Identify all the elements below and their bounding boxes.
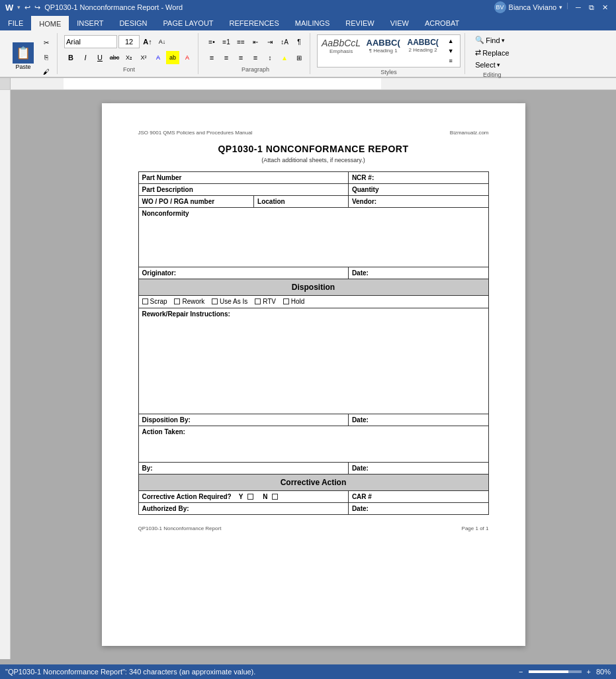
action-taken-label: Action Taken: xyxy=(138,426,488,463)
hold-checkbox: Hold xyxy=(283,298,305,305)
font-family-input[interactable] xyxy=(64,35,117,48)
tab-acrobat[interactable]: ACROBAT xyxy=(417,16,467,30)
styles-scroll-up[interactable]: ▲ xyxy=(444,36,457,46)
y-checkbox xyxy=(247,494,253,500)
rework-instructions-row: Rework/Repair Instructions: xyxy=(138,308,488,414)
styles-scroll-down[interactable]: ▼ xyxy=(444,46,457,56)
style-heading2[interactable]: AABBC( 2 Heading 2 xyxy=(403,36,443,66)
align-left-button[interactable]: ≡ xyxy=(205,51,218,64)
part-description-label: Part Description xyxy=(138,184,348,196)
decrease-indent-button[interactable]: ⇤ xyxy=(249,35,262,48)
tab-insert[interactable]: INSERT xyxy=(69,16,111,30)
minimize-button[interactable]: ─ xyxy=(572,1,584,13)
style-heading1[interactable]: AABBC( ¶ Heading 1 xyxy=(363,36,403,66)
tab-file[interactable]: FILE xyxy=(0,16,31,30)
corrective-action-header-row: Corrective Action xyxy=(138,475,488,491)
ruler-corner xyxy=(0,78,11,89)
user-section: BV Bianca Viviano ▾ xyxy=(494,1,563,13)
authorized-by-label: Authorized By: xyxy=(138,503,348,515)
format-painter-button[interactable]: 🖌 xyxy=(40,65,53,78)
quick-access-redo[interactable]: ↪ xyxy=(34,3,40,12)
quantity-label: Quantity xyxy=(348,184,488,196)
n-checkbox xyxy=(272,494,278,500)
user-dropdown-icon[interactable]: ▾ xyxy=(559,4,562,11)
corrective-action-checks: Y N xyxy=(239,493,278,500)
search-icon: 🔍 xyxy=(475,36,484,44)
sort-button[interactable]: ↕A xyxy=(278,35,291,48)
wo-po-rga-row: WO / PO / RGA number Location Vendor: xyxy=(138,196,488,208)
find-button[interactable]: 🔍 Find ▾ xyxy=(472,34,512,46)
corrective-action-required-label: Corrective Action Required? Y N xyxy=(138,491,348,503)
line-spacing-button[interactable]: ↕ xyxy=(263,51,277,64)
text-effects-button[interactable]: A xyxy=(152,51,165,64)
originator-label: Originator: xyxy=(138,267,348,279)
paste-icon: 📋 xyxy=(13,42,34,64)
italic-button[interactable]: I xyxy=(79,51,92,64)
underline-button[interactable]: U xyxy=(93,51,107,64)
tab-references[interactable]: REFERENCES xyxy=(222,16,287,30)
disposition-by-row: Disposition By: Date: xyxy=(138,414,488,426)
rtv-checkbox: RTV xyxy=(255,298,276,305)
disposition-options-cell: Scrap Rework Use As Is RTV xyxy=(138,296,488,308)
font-grow-button[interactable]: A↑ xyxy=(141,35,154,48)
subscript-button[interactable]: X₂ xyxy=(122,51,136,64)
ribbon-group-paragraph: ≡• ≡1 ≡≡ ⇤ ⇥ ↕A ¶ ≡ ≡ ≡ ≡ ↕ ▲ ⊞ xyxy=(201,33,310,74)
tab-page-layout[interactable]: PAGE LAYOUT xyxy=(155,16,222,30)
font-color-button[interactable]: A xyxy=(181,51,194,64)
page-container[interactable]: JSO 9001 QMS Policies and Procedures Man… xyxy=(11,90,616,659)
replace-icon: ⇄ xyxy=(475,48,481,57)
font-shrink-button[interactable]: A↓ xyxy=(155,35,169,48)
close-button[interactable]: ✕ xyxy=(599,1,611,13)
tab-view[interactable]: VIEW xyxy=(382,16,417,30)
title-bar-controls: BV Bianca Viviano ▾ | ─ ⧉ ✕ xyxy=(494,1,611,13)
text-highlight-button[interactable]: ab xyxy=(166,51,179,64)
authorized-by-row: Authorized By: Date: xyxy=(138,503,488,515)
footer-left: QP1030-1 Nonconformance Report xyxy=(138,525,222,531)
part-number-row: Part Number NCR #: xyxy=(138,172,488,184)
originator-date-label: Date: xyxy=(348,267,488,279)
tab-home[interactable]: HOME xyxy=(31,16,69,30)
increase-indent-button[interactable]: ⇥ xyxy=(263,35,277,48)
strikethrough-button[interactable]: abc xyxy=(108,51,121,64)
disposition-header: Disposition xyxy=(138,279,488,296)
ribbon-group-font: A↑ A↓ B I U abc X₂ X² A ab A Font xyxy=(60,33,198,74)
vendor-label: Vendor: xyxy=(348,196,488,208)
superscript-button[interactable]: X² xyxy=(137,51,150,64)
select-dropdown-icon: ▾ xyxy=(497,62,500,68)
originator-row: Originator: Date: xyxy=(138,267,488,279)
tab-mailings[interactable]: MAILINGS xyxy=(287,16,338,30)
header-left: JSO 9001 QMS Policies and Procedures Man… xyxy=(138,130,253,136)
select-button[interactable]: Select ▾ xyxy=(472,60,512,70)
tab-review[interactable]: REVIEW xyxy=(337,16,382,30)
ruler-markings xyxy=(11,78,616,89)
part-description-row: Part Description Quantity xyxy=(138,184,488,196)
paste-button[interactable]: 📋 Paste xyxy=(8,40,38,72)
page-footer: QP1030-1 Nonconformance Report Page 1 of… xyxy=(138,525,489,531)
justify-button[interactable]: ≡ xyxy=(249,51,262,64)
bold-button[interactable]: B xyxy=(64,51,77,64)
main-area: JSO 9001 QMS Policies and Procedures Man… xyxy=(0,90,616,659)
corrective-action-required-row: Corrective Action Required? Y N CAR # xyxy=(138,491,488,503)
style-emphasis[interactable]: AaBbCcL Emphasis xyxy=(319,36,363,66)
align-right-button[interactable]: ≡ xyxy=(234,51,247,64)
corrective-action-header: Corrective Action xyxy=(138,475,488,491)
copy-button[interactable]: ⎘ xyxy=(40,50,53,64)
replace-button[interactable]: ⇄ Replace xyxy=(472,47,512,58)
cut-button[interactable]: ✂ xyxy=(40,36,53,49)
borders-button[interactable]: ⊞ xyxy=(292,51,306,64)
ribbon-group-styles: AaBbCcL Emphasis AABBC( ¶ Heading 1 AABB… xyxy=(313,33,465,74)
form-table: Part Number NCR #: Part Description Quan… xyxy=(138,171,489,515)
multilevel-list-button[interactable]: ≡≡ xyxy=(234,35,247,48)
align-center-button[interactable]: ≡ xyxy=(220,51,233,64)
show-formatting-button[interactable]: ¶ xyxy=(292,35,306,48)
styles-more[interactable]: ≡ xyxy=(444,56,457,66)
bullets-button[interactable]: ≡• xyxy=(205,35,218,48)
restore-button[interactable]: ⧉ xyxy=(586,1,597,13)
tab-design[interactable]: DESIGN xyxy=(111,16,155,30)
numbering-button[interactable]: ≡1 xyxy=(220,35,233,48)
shading-button[interactable]: ▲ xyxy=(278,51,291,64)
user-avatar: BV xyxy=(494,1,506,13)
ribbon-group-clipboard: 📋 Paste ✂ ⎘ 🖌 Clipboard xyxy=(4,33,58,74)
quick-access-undo[interactable]: ↩ xyxy=(24,3,30,12)
font-size-input[interactable] xyxy=(118,35,140,48)
